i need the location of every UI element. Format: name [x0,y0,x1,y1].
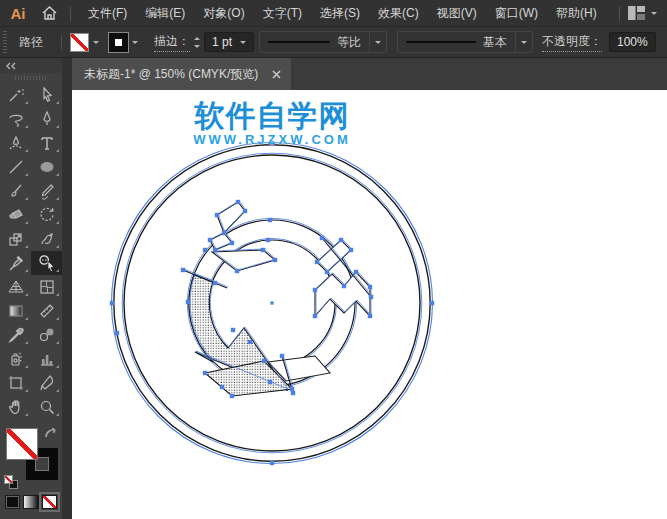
menubar-item[interactable]: 效果(C) [369,0,428,26]
zoom-tool[interactable] [31,395,62,419]
document-tab[interactable]: 未标题-1* @ 150% (CMYK/预览) [72,58,291,90]
line-segment-tool[interactable] [0,155,31,179]
panel-grip[interactable] [0,73,62,83]
default-fill-stroke-icon[interactable] [4,475,18,489]
step-up-icon[interactable] [194,34,200,40]
center-point[interactable] [270,301,273,304]
slice-tool[interactable] [31,371,62,395]
basic-brush-preview [406,41,476,43]
mesh-tool[interactable] [31,275,62,299]
pen-tool[interactable] [31,107,62,131]
width-profile-dropdown[interactable]: 等比 [259,31,387,53]
fill-color-control[interactable] [70,33,99,52]
puppet-warp-tool[interactable] [31,227,62,251]
stroke-color-control[interactable] [109,33,138,52]
double-chevron-left-icon [5,62,17,70]
blend-tool[interactable] [31,323,62,347]
workspace-switcher[interactable] [628,6,657,20]
direct-selection-tool[interactable] [31,83,62,107]
selection-type-label: 路径 [19,34,43,51]
menu-list: 文件(F)编辑(E)对象(O)文字(T)选择(S)效果(C)视图(V)窗口(W)… [79,0,606,26]
color-mode-button[interactable] [5,495,20,509]
step-down-icon[interactable] [194,45,200,51]
menubar-item[interactable]: 窗口(W) [486,0,547,26]
fill-none-swatch[interactable] [70,33,89,52]
brush-definition-dropdown[interactable]: 基本 [397,31,533,53]
menubar-item[interactable]: 帮助(H) [547,0,606,26]
type-tool[interactable] [31,131,62,155]
shaper-tool[interactable] [31,179,62,203]
fill-swatch-none[interactable] [6,428,38,460]
opacity-value: 100% [617,35,648,49]
swap-fill-stroke-icon[interactable] [44,426,58,444]
menubar-item[interactable]: 编辑(E) [136,0,194,26]
stroke-black-swatch[interactable] [109,33,128,52]
divider [619,6,620,21]
lasso-tool[interactable] [0,107,31,131]
menubar-item[interactable]: 文字(T) [254,0,311,26]
scale-tool[interactable] [0,227,31,251]
recycle-arrow-right[interactable] [315,237,372,316]
measure-tool[interactable] [31,299,62,323]
opacity-field[interactable]: 100% [609,32,656,52]
pin-tool[interactable] [0,251,31,275]
document-area: 未标题-1* @ 150% (CMYK/预览) 软件自学网 WWW.RJZXW.… [72,58,667,519]
tools-panel [0,58,62,519]
opacity-label[interactable]: 不透明度： [542,33,602,52]
column-graph-tool[interactable] [31,347,62,371]
curvature-tool[interactable] [0,131,31,155]
menubar-item[interactable]: 选择(S) [311,0,369,26]
menubar-item[interactable]: 对象(O) [194,0,253,26]
tab-bar: 未标题-1* @ 150% (CMYK/预览) [72,58,667,90]
stroke-weight-value: 1 pt [212,35,232,49]
workspace-icon [628,6,645,20]
app-logo[interactable]: Ai [0,5,36,22]
stroke-weight-label[interactable]: 描边： [154,33,190,52]
selected-artwork[interactable] [72,90,667,519]
chevron-down-icon [651,12,657,18]
stroke-weight-stepper[interactable] [194,34,200,51]
color-mode-buttons [0,489,62,509]
profile-label: 等比 [337,34,361,51]
divider [70,6,71,21]
fill-stroke-controls [0,425,62,489]
ellipse-tool[interactable] [31,155,62,179]
chevron-down-icon[interactable] [240,41,246,47]
chevron-down-icon[interactable] [521,41,527,47]
chevron-down-icon[interactable] [93,41,99,47]
eraser-tool[interactable] [0,203,31,227]
panel-grip[interactable] [2,31,9,53]
symbol-sprayer-tool[interactable] [0,347,31,371]
menubar-item[interactable]: 文件(F) [79,0,136,26]
chevron-down-icon[interactable] [375,41,381,47]
hand-tool[interactable] [0,395,31,419]
stroke-weight-field[interactable]: 1 pt [204,32,254,52]
chevron-down-icon[interactable] [132,41,138,47]
menubar: Ai 文件(F)编辑(E)对象(O)文字(T)选择(S)效果(C)视图(V)窗口… [0,0,667,26]
gradient-mode-button[interactable] [23,495,38,509]
none-mode-button[interactable] [42,495,57,509]
uniform-profile-preview [268,41,330,43]
brush-label: 基本 [483,34,507,51]
rotate-tool[interactable] [31,203,62,227]
shape-builder-tool[interactable] [31,251,62,275]
panel-collapse-button[interactable] [0,58,62,73]
artboard-tool[interactable] [0,371,31,395]
menubar-item[interactable]: 视图(V) [428,0,486,26]
close-icon[interactable] [272,70,281,79]
home-icon[interactable] [36,6,62,20]
perspective-grid-tool[interactable] [0,275,31,299]
control-bar: 路径 描边： 1 pt 等比 基本 不透明度： 100% [0,26,667,58]
magic-wand-tool[interactable] [0,83,31,107]
divider [61,35,62,50]
paintbrush-tool[interactable] [0,179,31,203]
gradient-tool[interactable] [0,299,31,323]
tool-grid [0,83,62,419]
eyedropper-tool[interactable] [0,323,31,347]
artboard-canvas[interactable]: 软件自学网 WWW.RJZXW.COM [72,90,667,519]
document-tab-title: 未标题-1* @ 150% (CMYK/预览) [84,66,258,83]
main-area: 未标题-1* @ 150% (CMYK/预览) 软件自学网 WWW.RJZXW.… [0,58,667,519]
